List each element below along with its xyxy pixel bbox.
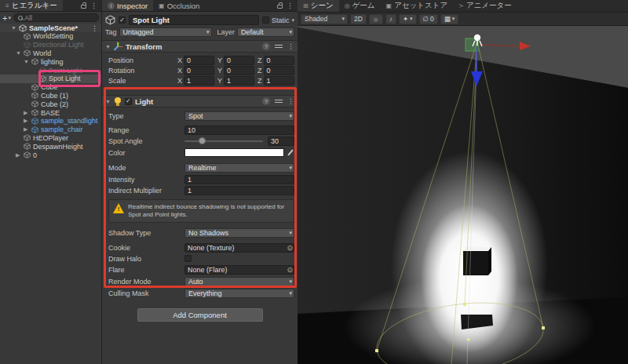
color-swatch[interactable]	[184, 148, 284, 157]
mode-dropdown[interactable]: Realtime ▾	[184, 163, 294, 173]
panel-menu-icon[interactable]: ⋮	[287, 2, 294, 9]
lock-icon[interactable]	[277, 5, 283, 9]
light-enabled-checkbox[interactable]: ✓	[125, 98, 132, 105]
light-header[interactable]: ▼ ✓ Light ? ⋮	[102, 95, 298, 107]
hierarchy-item-cube-1[interactable]: Cube (1)	[0, 92, 101, 100]
transform-header[interactable]: ▼ Transform ? ⋮	[102, 40, 298, 53]
hierarchy-item-spot-light[interactable]: Spot Light	[0, 75, 101, 83]
scene-viewport[interactable]	[298, 26, 628, 364]
hierarchy-item-sample-chair[interactable]: ▶sample_chair	[0, 126, 101, 134]
hierarchy-item-point-light[interactable]: Point Light	[0, 66, 101, 75]
foldout-open-icon[interactable]: ▼	[24, 59, 29, 64]
lock-icon[interactable]	[81, 5, 86, 9]
scale-z-field[interactable]: 1	[264, 76, 295, 86]
gameobject-cube-icon[interactable]	[105, 15, 115, 25]
gameobject-icon	[24, 42, 31, 49]
foldout-closed-icon[interactable]: ▶	[24, 118, 29, 124]
audio-toggle-icon: ♪	[389, 15, 392, 23]
presets-icon[interactable]	[275, 43, 283, 49]
presets-icon[interactable]	[275, 98, 283, 104]
object-picker-icon[interactable]: ⊙	[287, 266, 293, 274]
tab-asset-store-tab[interactable]: ▣アセットストア	[381, 0, 454, 12]
tag-dropdown[interactable]: Untagged ▾	[119, 27, 212, 37]
foldout-closed-icon[interactable]: ▶	[24, 110, 29, 116]
hierarchy-item-lighting[interactable]: ▼lighting	[0, 57, 101, 66]
chevron-down-icon: ▾	[289, 29, 292, 35]
scale-y-field[interactable]: 1	[224, 76, 254, 86]
light-type-dropdown[interactable]: Spot ▾	[184, 111, 294, 121]
rotation-y-field[interactable]: 0	[224, 66, 254, 75]
hierarchy-item-directional-light[interactable]: Directional Light	[0, 41, 101, 49]
shadow-type-dropdown[interactable]: No Shadows ▾	[184, 228, 294, 238]
hierarchy-item-cube[interactable]: Cube	[0, 83, 101, 92]
object-picker-icon[interactable]: ⊙	[287, 244, 293, 252]
help-icon[interactable]: ?	[262, 42, 270, 50]
eyedropper-icon[interactable]	[287, 148, 294, 157]
2d-toggle-button[interactable]: 2D	[350, 14, 367, 24]
hierarchy-item-cube-2[interactable]: Cube (2)	[0, 100, 101, 108]
static-checkbox[interactable]	[262, 16, 269, 24]
layer-dropdown[interactable]: Default ▾	[237, 27, 294, 37]
scene-audio-toggle[interactable]: ♪	[385, 14, 396, 24]
hierarchy-item-base[interactable]: ▶BASE	[0, 108, 101, 117]
foldout-closed-icon[interactable]: ▶	[16, 152, 21, 158]
hierarchy-item-world[interactable]: ▼World	[0, 49, 101, 58]
grid-settings-button[interactable]: ▦ ▾	[440, 14, 459, 24]
slider-thumb[interactable]	[199, 137, 206, 144]
tab-game-tab[interactable]: ◎ゲーム	[339, 0, 381, 12]
gameobject-icon	[39, 67, 46, 74]
chevron-down-icon[interactable]: ▾	[291, 17, 294, 24]
add-component-button[interactable]: Add Component	[137, 308, 263, 322]
scene-lighting-toggle[interactable]: ☼	[369, 14, 383, 24]
help-icon[interactable]: ?	[262, 97, 270, 105]
shading-mode-dropdown[interactable]: Shaded ▾	[301, 14, 348, 24]
tab-scene-tab[interactable]: ⊞シーン	[298, 0, 339, 12]
hierarchy-item-despawnheight[interactable]: DespawnHeight	[0, 142, 101, 151]
hierarchy-item-sample-standlight[interactable]: ▶sample_standlight	[0, 117, 101, 126]
indirect-multiplier-field[interactable]: 1	[184, 186, 294, 195]
panel-menu-icon[interactable]: ⋮	[90, 2, 97, 9]
hierarchy-item-0[interactable]: ▶0	[0, 151, 101, 159]
position-z-field[interactable]: 0	[264, 56, 295, 65]
intensity-field[interactable]: 1	[184, 175, 294, 184]
rotation-x-field[interactable]: 0	[184, 66, 214, 75]
position-y-field[interactable]: 0	[224, 56, 254, 65]
spot-angle-slider[interactable]	[184, 140, 263, 142]
foldout-open-icon[interactable]: ▼	[11, 25, 16, 31]
tab-inspector[interactable]: i Inspector	[102, 0, 153, 11]
hierarchy-item-worldsetting[interactable]: WorldSetting	[0, 32, 101, 41]
hidden-objects-button[interactable]: ∅ 0	[419, 14, 438, 24]
component-menu-icon[interactable]: ⋮	[287, 97, 294, 105]
scene-effects-toggle[interactable]: ✦ ▾	[399, 14, 417, 24]
range-field[interactable]: 10	[184, 126, 294, 135]
tab-hierarchy[interactable]: ≡ ヒエラルキー	[0, 0, 63, 11]
create-object-button[interactable]: + ▾	[2, 13, 11, 23]
scale-x-field[interactable]: 1	[184, 76, 214, 86]
foldout-open-icon[interactable]: ▼	[105, 99, 111, 104]
render-mode-dropdown[interactable]: Auto ▾	[184, 277, 294, 286]
tab-animator-tab[interactable]: ≻アニメーター	[453, 0, 517, 12]
position-x-field[interactable]: 0	[184, 56, 214, 65]
hierarchy-item-heoplayer[interactable]: HEOPlayer	[0, 134, 101, 143]
scene-menu-icon[interactable]: ⋮	[91, 24, 101, 32]
hierarchy-item-label: Spot Light	[49, 75, 81, 82]
gameobject-icon	[24, 49, 31, 56]
spot-angle-field[interactable]: 30	[268, 136, 294, 146]
culling-mask-dropdown[interactable]: Everything ▾	[184, 289, 294, 298]
scene-header-samplescene[interactable]: ▼ SampleScene* ⋮	[0, 24, 101, 32]
cookie-object-field[interactable]: None (Texture) ⊙	[184, 243, 294, 253]
mode-label: Mode	[108, 164, 184, 172]
gameobject-header: ✓ Spot Light Static ▾ Tag Untagged ▾ Lay…	[102, 12, 298, 38]
effects-toggle-icon: ✦	[403, 15, 408, 23]
hierarchy-search-input[interactable]: All	[13, 13, 99, 22]
foldout-open-icon[interactable]: ▼	[16, 50, 21, 56]
draw-halo-checkbox[interactable]	[184, 255, 192, 262]
foldout-open-icon[interactable]: ▼	[105, 44, 111, 49]
active-checkbox[interactable]: ✓	[119, 16, 126, 24]
foldout-closed-icon[interactable]: ▶	[24, 126, 29, 133]
tab-occlusion[interactable]: ▣ Occlusion	[153, 0, 205, 11]
flare-object-field[interactable]: None (Flare) ⊙	[184, 265, 294, 275]
gameobject-name-field[interactable]: Spot Light	[129, 15, 259, 25]
component-menu-icon[interactable]: ⋮	[287, 42, 294, 50]
rotation-z-field[interactable]: 0	[264, 66, 295, 75]
